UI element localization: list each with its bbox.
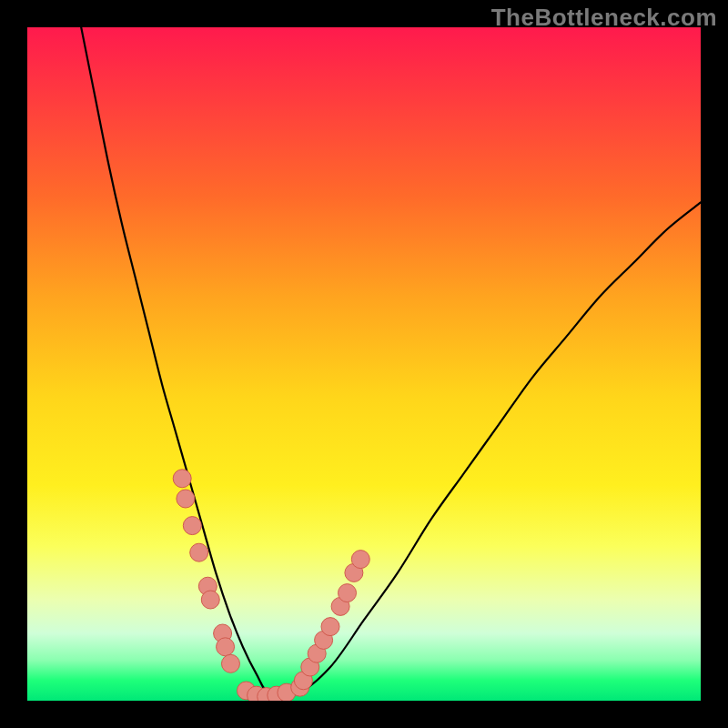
marker-dot	[217, 638, 235, 656]
curve-layer	[27, 27, 701, 701]
watermark-text: TheBottleneck.com	[491, 4, 717, 32]
chart-container: TheBottleneck.com	[0, 0, 728, 728]
plot-area	[27, 27, 701, 701]
marker-dot	[351, 551, 369, 569]
marker-dot	[321, 618, 339, 636]
marker-dot	[190, 543, 208, 561]
marker-dot	[177, 490, 195, 508]
marker-group	[173, 470, 369, 701]
marker-dot	[221, 654, 239, 672]
marker-dot	[339, 584, 357, 602]
bottleneck-curve	[81, 27, 701, 697]
marker-dot	[173, 470, 191, 488]
marker-dot	[201, 591, 219, 609]
marker-dot	[183, 517, 201, 535]
